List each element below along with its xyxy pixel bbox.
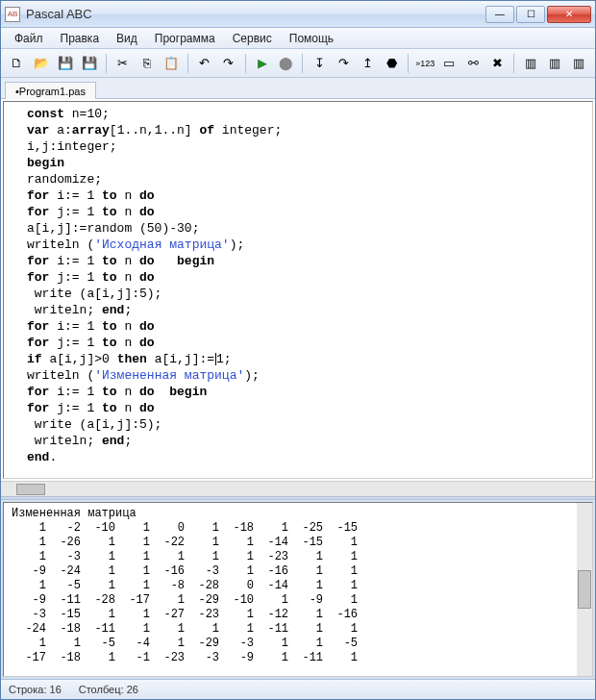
undo-icon[interactable]: ↶	[194, 53, 215, 74]
output-title: Измененная матрица	[12, 507, 584, 521]
app-window: AB Pascal ABC — ☐ ✕ Файл Правка Вид Прог…	[0, 0, 596, 700]
titlebar[interactable]: AB Pascal ABC — ☐ ✕	[1, 1, 595, 28]
vertical-scrollbar[interactable]	[577, 503, 592, 676]
save-icon[interactable]: 💾	[55, 53, 76, 74]
output-row: 1 -5 1 1 -8 -28 0 -14 1 1	[12, 579, 584, 593]
editor-area: const n=10; var a:array[1..n,1..n] of in…	[1, 99, 595, 496]
tab-program1[interactable]: •Program1.pas	[5, 82, 96, 99]
scroll-thumb[interactable]	[16, 484, 45, 495]
window-title: Pascal ABC	[26, 7, 485, 21]
horizontal-scrollbar[interactable]	[1, 481, 595, 496]
separator	[513, 54, 514, 73]
splitter-handle[interactable]	[1, 496, 595, 500]
separator	[106, 54, 107, 73]
paste-icon[interactable]: 📋	[161, 53, 182, 74]
output-row: -9 -11 -28 -17 1 -29 -10 1 -9 1	[12, 593, 584, 608]
toolbar: 🗋 📂 💾 💾 ✂ ⎘ 📋 ↶ ↷ ▶ ⬤ ↧ ↷ ↥ ⬣ »123 ▭ ⚯ ✖…	[1, 49, 595, 78]
breakpoint-icon[interactable]: ⬣	[381, 53, 402, 74]
cancel-icon[interactable]: ✖	[486, 53, 508, 74]
maximize-button[interactable]: ☐	[516, 6, 545, 23]
app-icon: AB	[5, 7, 20, 22]
menu-bar: Файл Правка Вид Программа Сервис Помощь	[1, 28, 595, 49]
window-controls: — ☐ ✕	[485, 6, 591, 23]
copy-icon[interactable]: ⎘	[137, 53, 158, 74]
tab-bar: •Program1.pas	[1, 78, 595, 99]
menu-service[interactable]: Сервис	[225, 30, 280, 47]
status-bar: Строка: 16 Столбец: 26	[1, 679, 595, 699]
separator	[187, 54, 188, 73]
output-row: -3 -15 1 1 -27 -23 1 -12 1 -16	[12, 608, 584, 622]
run-icon[interactable]: ▶	[252, 53, 273, 74]
separator	[302, 54, 303, 73]
window-icon[interactable]: ▭	[438, 53, 459, 74]
output-row: 1 -3 1 1 1 1 1 -23 1 1	[12, 550, 584, 564]
output-panel[interactable]: Измененная матрица 1 -2 -10 1 0 1 -18 1 …	[3, 502, 593, 677]
redo-icon[interactable]: ↷	[218, 53, 239, 74]
output-row: -17 -18 1 -1 -23 -3 -9 1 -11 1	[12, 651, 584, 665]
output-row: -9 -24 1 1 -16 -3 1 -16 1 1	[12, 564, 584, 579]
watch-icon[interactable]: »123	[414, 53, 435, 74]
step-out-icon[interactable]: ↥	[357, 53, 378, 74]
menu-help[interactable]: Помощь	[282, 30, 341, 47]
save-all-icon[interactable]: 💾	[79, 53, 100, 74]
link-icon[interactable]: ⚯	[462, 53, 484, 74]
output-row: 1 1 -5 -4 1 -29 -3 1 1 -5	[12, 637, 584, 651]
cut-icon[interactable]: ✂	[112, 53, 134, 74]
code-editor[interactable]: const n=10; var a:array[1..n,1..n] of in…	[3, 101, 593, 479]
open-file-icon[interactable]: 📂	[31, 53, 52, 74]
status-column: Столбец: 26	[79, 684, 138, 695]
scroll-thumb[interactable]	[578, 570, 591, 609]
separator	[245, 54, 246, 73]
output-row: -24 -18 -11 1 1 1 1 -11 1 1	[12, 622, 584, 637]
menu-program[interactable]: Программа	[147, 30, 223, 47]
panel2-icon[interactable]: ▥	[544, 53, 565, 74]
minimize-button[interactable]: —	[485, 6, 514, 23]
output-row: 1 -2 -10 1 0 1 -18 1 -25 -15	[12, 521, 584, 536]
status-line: Строка: 16	[9, 684, 62, 695]
panel1-icon[interactable]: ▥	[520, 53, 541, 74]
separator	[408, 54, 409, 73]
close-button[interactable]: ✕	[547, 6, 591, 23]
menu-edit[interactable]: Правка	[53, 30, 108, 47]
step-into-icon[interactable]: ↧	[309, 53, 330, 74]
new-file-icon[interactable]: 🗋	[7, 53, 28, 74]
output-row: 1 -26 1 1 -22 1 1 -14 -15 1	[12, 536, 584, 550]
menu-view[interactable]: Вид	[109, 30, 145, 47]
menu-file[interactable]: Файл	[7, 30, 51, 47]
panel3-icon[interactable]: ▥	[568, 53, 589, 74]
stop-icon[interactable]: ⬤	[276, 53, 297, 74]
step-over-icon[interactable]: ↷	[333, 53, 354, 74]
